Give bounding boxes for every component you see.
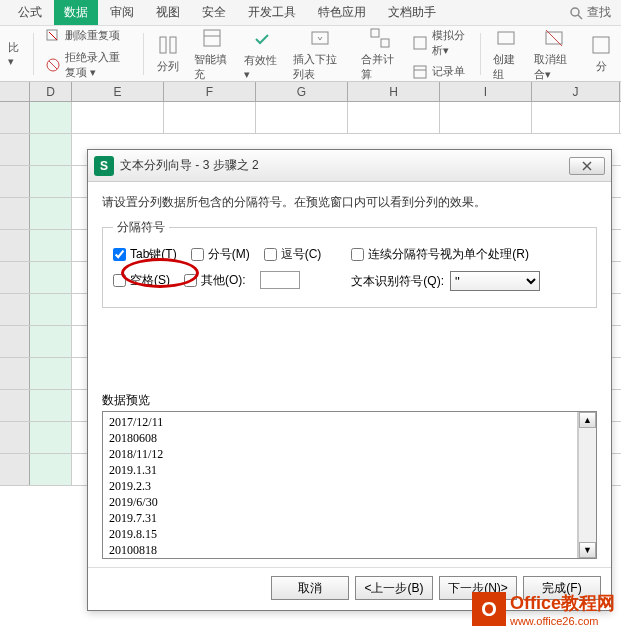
svg-point-0 [571, 8, 579, 16]
smart-fill-icon [200, 26, 224, 50]
svg-line-1 [578, 15, 582, 19]
tab-checkbox[interactable]: Tab键(T) [113, 246, 177, 263]
col-header-d[interactable]: D [30, 82, 72, 101]
validation-button[interactable]: 有效性 ▾ [240, 25, 283, 83]
ungroup-button[interactable]: 取消组合▾ [530, 24, 579, 84]
semicolon-checkbox[interactable]: 分号(M) [191, 246, 250, 263]
svg-rect-19 [593, 37, 609, 53]
dialog-instruction: 请设置分列数据所包含的分隔符号。在预览窗口内可以看到分列的效果。 [102, 194, 597, 211]
tab-developer[interactable]: 开发工具 [238, 0, 306, 25]
preview-box: 2017/12/11 20180608 2018/11/12 2019.1.31… [102, 411, 597, 559]
col-header-f[interactable]: F [164, 82, 256, 101]
tab-security[interactable]: 安全 [192, 0, 236, 25]
svg-rect-7 [170, 37, 176, 53]
back-button[interactable]: <上一步(B) [355, 576, 433, 600]
separator [480, 33, 481, 75]
space-checkbox[interactable]: 空格(S) [113, 272, 170, 289]
svg-line-3 [49, 32, 57, 40]
dialog-title: 文本分列向导 - 3 步骤之 2 [120, 157, 259, 174]
col-header[interactable] [0, 82, 30, 101]
create-group-button[interactable]: 创建组 [489, 24, 524, 84]
col-header-h[interactable]: H [348, 82, 440, 101]
fieldset-legend: 分隔符号 [113, 219, 169, 236]
subtotal-icon [589, 33, 613, 57]
ribbon-tabs: 公式 数据 审阅 视图 安全 开发工具 特色应用 文档助手 查找 [0, 0, 621, 26]
other-checkbox[interactable]: 其他(O): [184, 272, 246, 289]
preview-line: 2019.8.15 [109, 526, 571, 542]
svg-rect-16 [498, 32, 514, 44]
preview-content: 2017/12/11 20180608 2018/11/12 2019.1.31… [103, 412, 578, 558]
office-logo-icon: O [472, 592, 506, 626]
search-icon [569, 6, 583, 20]
other-delimiter-input[interactable] [260, 271, 300, 289]
svg-rect-11 [371, 29, 379, 37]
insert-dropdown-button[interactable]: 插入下拉列表 [289, 24, 351, 84]
col-header-g[interactable]: G [256, 82, 348, 101]
record-form-button[interactable]: 记录单 [408, 62, 472, 82]
svg-rect-14 [414, 66, 426, 78]
scroll-down-icon[interactable]: ▼ [579, 542, 596, 558]
svg-rect-12 [381, 39, 389, 47]
col-header-e[interactable]: E [72, 82, 164, 101]
validation-icon [250, 27, 274, 51]
svg-line-5 [49, 61, 57, 69]
search-label: 查找 [587, 4, 611, 21]
preview-line: 20100818 [109, 542, 571, 558]
svg-rect-6 [160, 37, 166, 53]
delete-duplicates-button[interactable]: 删除重复项 [41, 26, 135, 46]
col-header-i[interactable]: I [440, 82, 532, 101]
reject-duplicates-button[interactable]: 拒绝录入重复项 ▾ [41, 48, 135, 82]
compare-button[interactable]: 比▾ [4, 38, 25, 70]
record-form-icon [412, 64, 428, 80]
preview-line: 20180608 [109, 430, 571, 446]
tab-data[interactable]: 数据 [54, 0, 98, 25]
tab-review[interactable]: 审阅 [100, 0, 144, 25]
dropdown-icon [308, 26, 332, 50]
preview-line: 2018/11/12 [109, 446, 571, 462]
consolidate-button[interactable]: 合并计算 [357, 24, 401, 84]
preview-line: 2019/6/30 [109, 494, 571, 510]
cancel-button[interactable]: 取消 [271, 576, 349, 600]
tab-formula[interactable]: 公式 [8, 0, 52, 25]
svg-rect-8 [204, 30, 220, 46]
wps-logo-icon: S [94, 156, 114, 176]
reject-duplicates-icon [45, 57, 61, 73]
delete-duplicates-icon [45, 28, 61, 44]
preview-line: 2019.1.31 [109, 462, 571, 478]
tab-special[interactable]: 特色应用 [308, 0, 376, 25]
ungroup-icon [542, 26, 566, 50]
preview-line: 2019.7.31 [109, 510, 571, 526]
preview-line: 2017/12/11 [109, 414, 571, 430]
split-icon [156, 33, 180, 57]
text-qualifier-select[interactable]: " [450, 271, 540, 291]
svg-rect-13 [414, 37, 426, 49]
subtotal-button[interactable]: 分 [585, 31, 617, 76]
tab-dochelper[interactable]: 文档助手 [378, 0, 446, 25]
text-qualifier-label: 文本识别符号(Q): [351, 273, 444, 290]
whatif-icon [412, 35, 428, 51]
ribbon-toolbar: 比▾ 删除重复项 拒绝录入重复项 ▾ 分列 智能填充 有效性 ▾ 插入下拉列表 … [0, 26, 621, 82]
dialog-titlebar[interactable]: S 文本分列向导 - 3 步骤之 2 [88, 150, 611, 182]
consolidate-icon [368, 26, 392, 50]
col-header-j[interactable]: J [532, 82, 620, 101]
close-icon [581, 161, 593, 171]
column-headers: D E F G H I J [0, 82, 621, 102]
scroll-up-icon[interactable]: ▲ [579, 412, 596, 428]
text-to-columns-button[interactable]: 分列 [152, 31, 184, 76]
watermark: O Office教程网 www.office26.com [472, 591, 615, 627]
close-button[interactable] [569, 157, 605, 175]
consecutive-checkbox[interactable]: 连续分隔符号视为单个处理(R) [351, 246, 540, 263]
preview-line: 2019.2.3 [109, 478, 571, 494]
comma-checkbox[interactable]: 逗号(C) [264, 246, 322, 263]
whatif-button[interactable]: 模拟分析▾ [408, 26, 472, 60]
text-wizard-dialog: S 文本分列向导 - 3 步骤之 2 请设置分列数据所包含的分隔符号。在预览窗口… [87, 149, 612, 611]
search-group[interactable]: 查找 [569, 4, 611, 21]
separator [143, 33, 144, 75]
tab-view[interactable]: 视图 [146, 0, 190, 25]
preview-scrollbar[interactable]: ▲ ▼ [578, 412, 596, 558]
preview-label: 数据预览 [102, 392, 597, 409]
smart-fill-button[interactable]: 智能填充 [190, 24, 234, 84]
svg-rect-10 [312, 32, 328, 44]
group-icon [494, 26, 518, 50]
delimiters-fieldset: 分隔符号 Tab键(T) 分号(M) 逗号(C) 空格(S) 其他(O): [102, 219, 597, 308]
